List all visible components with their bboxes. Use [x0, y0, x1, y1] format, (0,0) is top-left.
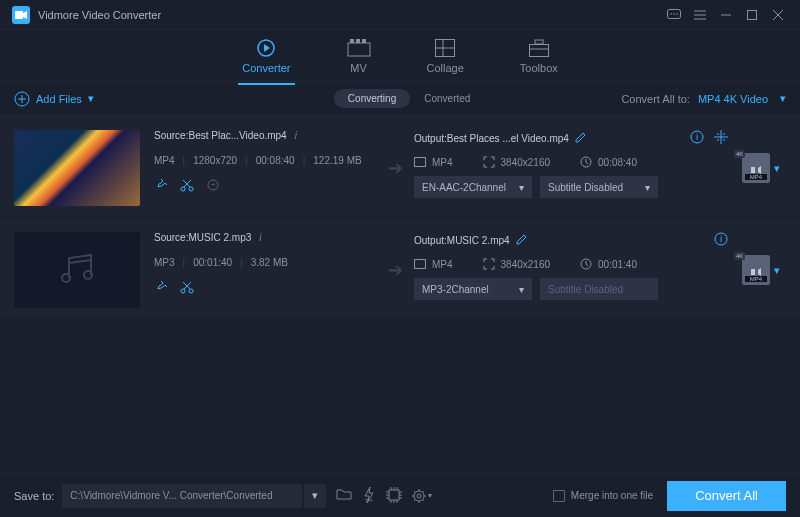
output-format-badge[interactable]: 4K MP4 ▾ — [736, 130, 786, 206]
svg-text:OFF: OFF — [365, 498, 374, 503]
merge-label: Merge into one file — [571, 490, 653, 501]
menu-icon[interactable] — [690, 5, 710, 25]
thumbnail[interactable] — [14, 232, 140, 308]
close-icon[interactable] — [768, 5, 788, 25]
svg-rect-14 — [350, 39, 354, 43]
source-filename: MUSIC 2.mp3 — [188, 232, 251, 243]
svg-line-28 — [184, 180, 191, 187]
nav-collage[interactable]: Collage — [427, 38, 464, 74]
open-folder-icon[interactable] — [336, 487, 352, 505]
source-resolution: 1280x720 — [183, 155, 238, 166]
nav-toolbox[interactable]: Toolbox — [520, 38, 558, 74]
info-icon[interactable]: i — [295, 130, 297, 141]
hardware-accel-icon[interactable]: OFF — [362, 487, 376, 505]
cut-icon[interactable] — [180, 280, 194, 296]
cut-icon[interactable] — [180, 178, 194, 194]
settings-icon[interactable]: ▾ — [412, 487, 432, 505]
svg-rect-35 — [415, 158, 426, 167]
list-item: Source: MUSIC 2.mp3 i MP3 00:01:40 3.82 … — [0, 218, 800, 318]
svg-point-2 — [670, 13, 672, 15]
nav-mv[interactable]: MV — [347, 38, 371, 74]
nav-toolbox-label: Toolbox — [520, 62, 558, 74]
svg-point-30 — [208, 180, 218, 190]
thumbnail[interactable] — [14, 130, 140, 206]
source-duration: 00:01:40 — [183, 257, 233, 268]
tab-converted[interactable]: Converted — [410, 89, 484, 108]
output-title-row: Output: MUSIC 2.mp4 i — [414, 232, 728, 248]
output-meta: MP4 3840x2160 00:08:40 — [414, 156, 728, 168]
chevron-down-icon: ▾ — [645, 182, 650, 193]
badge-4k: 4K — [734, 252, 745, 260]
output-format: MP4 — [414, 157, 453, 168]
nav-collage-label: Collage — [427, 62, 464, 74]
output-resolution: 3840x2160 — [483, 258, 551, 270]
svg-line-43 — [183, 282, 190, 289]
subtitle-select[interactable]: Subtitle Disabled — [540, 278, 658, 300]
chevron-down-icon: ▾ — [774, 162, 780, 175]
convert-all-label: Convert All to: — [621, 93, 689, 105]
output-title-row: Output: Best Places ...el Video.mp4 i — [414, 130, 728, 146]
nav-mv-label: MV — [350, 62, 367, 74]
svg-point-51 — [417, 494, 421, 498]
info-icon[interactable]: i — [259, 232, 261, 243]
gpu-icon[interactable] — [386, 487, 402, 505]
source-prefix: Source: — [154, 130, 188, 141]
collage-icon — [433, 38, 457, 58]
source-column: Source: Best Plac...Video.mp4 i MP4 1280… — [154, 130, 380, 206]
svg-rect-16 — [362, 39, 366, 43]
source-format: MP4 — [154, 155, 175, 166]
convert-all-format[interactable]: MP4 4K Video ▾ — [698, 92, 786, 105]
nav-converter[interactable]: Converter — [242, 38, 290, 74]
output-column: Output: Best Places ...el Video.mp4 i MP… — [414, 130, 728, 206]
svg-rect-15 — [356, 39, 360, 43]
convert-all-row: Convert All to: MP4 4K Video ▾ — [621, 92, 786, 105]
arrow-icon: ➔ — [380, 232, 410, 308]
mv-icon — [347, 38, 371, 58]
maximize-icon[interactable] — [742, 5, 762, 25]
feedback-icon[interactable] — [664, 5, 684, 25]
info-output-icon[interactable]: i — [690, 130, 704, 146]
svg-point-4 — [676, 13, 678, 15]
save-path-dropdown[interactable]: ▾ — [304, 484, 326, 508]
svg-text:i: i — [696, 132, 698, 142]
convert-all-button[interactable]: Convert All — [667, 481, 786, 511]
badge-format: MP4 — [745, 174, 767, 180]
info-output-icon[interactable]: i — [714, 232, 728, 248]
svg-rect-0 — [15, 11, 23, 19]
output-format: MP4 — [414, 259, 453, 270]
svg-point-26 — [181, 187, 185, 191]
add-files-button[interactable]: Add Files ▾ — [14, 91, 94, 107]
nav-converter-label: Converter — [242, 62, 290, 74]
svg-rect-49 — [389, 490, 399, 500]
chevron-down-icon: ▾ — [519, 284, 524, 295]
source-column: Source: MUSIC 2.mp3 i MP3 00:01:40 3.82 … — [154, 232, 380, 308]
source-prefix: Source: — [154, 232, 188, 243]
merge-checkbox[interactable]: Merge into one file — [553, 490, 653, 502]
output-format-badge[interactable]: 4K MP4 ▾ — [736, 232, 786, 308]
subtitle-select[interactable]: Subtitle Disabled▾ — [540, 176, 658, 198]
output-prefix: Output: — [414, 133, 447, 144]
enhance-icon[interactable] — [206, 178, 220, 194]
source-tools — [154, 280, 380, 296]
tab-converting[interactable]: Converting — [334, 89, 410, 108]
edit-icon[interactable] — [154, 178, 168, 194]
rename-icon[interactable] — [575, 131, 587, 145]
converter-icon — [254, 38, 278, 58]
svg-line-39 — [69, 260, 91, 263]
compress-icon[interactable] — [714, 130, 728, 146]
edit-icon[interactable] — [154, 280, 168, 296]
source-meta: MP3 00:01:40 3.82 MB — [154, 257, 380, 268]
nav-bar: Converter MV Collage Toolbox — [0, 30, 800, 82]
audio-select[interactable]: MP3-2Channel▾ — [414, 278, 532, 300]
save-to-label: Save to: — [14, 490, 54, 502]
toolbox-icon — [527, 38, 551, 58]
rename-icon[interactable] — [516, 233, 528, 247]
source-title: Source: MUSIC 2.mp3 i — [154, 232, 380, 243]
output-filename: MUSIC 2.mp4 — [447, 235, 510, 246]
save-path-field[interactable]: C:\Vidmore\Vidmore V... Converter\Conver… — [62, 484, 302, 508]
minimize-icon[interactable] — [716, 5, 736, 25]
audio-select[interactable]: EN-AAC-2Channel▾ — [414, 176, 532, 198]
output-prefix: Output: — [414, 235, 447, 246]
output-filename: Best Places ...el Video.mp4 — [447, 133, 569, 144]
svg-rect-9 — [748, 10, 757, 19]
